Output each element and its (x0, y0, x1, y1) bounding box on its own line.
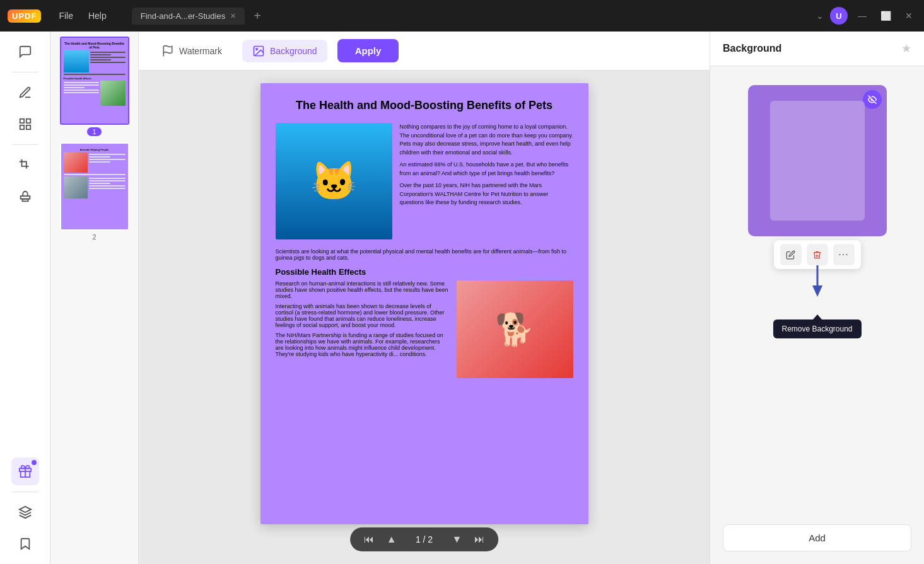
svg-rect-1 (26, 119, 30, 123)
document-viewer: The Health and Mood-Boosting Benefits of… (139, 71, 710, 564)
right-panel: Background ★ (710, 32, 924, 564)
page-number-badge-1: 1 (87, 127, 101, 136)
svg-point-11 (256, 48, 258, 50)
right-panel-title: Background (723, 43, 781, 54)
intro-text: Nothing compares to the joy of coming ho… (400, 123, 573, 239)
tooltip-container: Remove Background (809, 260, 826, 299)
watermark-button[interactable]: Watermark (151, 40, 232, 62)
window-controls: ⌄ U — ⬜ ✕ (816, 7, 916, 25)
sidebar-divider-2 (13, 144, 38, 145)
right-panel-header: Background ★ (710, 32, 924, 66)
sidebar-item-bookmark[interactable] (11, 530, 39, 558)
tooltip-arrow (813, 314, 822, 319)
sidebar-item-edit[interactable] (11, 79, 39, 106)
doc-intro-section: 🐱 Nothing compares to the joy of coming … (276, 123, 573, 239)
background-button[interactable]: Background (242, 40, 327, 62)
first-page-button[interactable]: ⏮ (360, 532, 378, 546)
prev-page-button[interactable]: ▲ (383, 532, 401, 546)
more-options-button[interactable]: ··· (833, 244, 855, 265)
tab-title: Find-and-A...er-Studies (141, 11, 225, 21)
cat-image: 🐱 (276, 123, 392, 239)
watermark-label: Watermark (179, 46, 222, 56)
background-card-inner (770, 101, 865, 221)
doc-subtitle: Possible Health Effects (276, 267, 573, 277)
next-page-button[interactable]: ▼ (448, 532, 466, 546)
background-label: Background (270, 46, 317, 56)
apply-button[interactable]: Apply (337, 39, 399, 62)
tab-list-icon[interactable]: ⌄ (816, 11, 824, 21)
add-button[interactable]: Add (723, 524, 911, 551)
remove-background-tooltip: Remove Background (773, 319, 861, 338)
thumbnail-panel: The Health and Mood-Boosting Benefits of… (50, 32, 139, 564)
background-card-container: ··· Remove Background (723, 85, 911, 236)
sidebar-item-comment[interactable] (11, 38, 39, 66)
dog-image: 🐕 (457, 280, 573, 378)
svg-rect-5 (22, 199, 28, 202)
thumbnail-page-2[interactable]: Animals Helping People (56, 142, 133, 241)
background-card (748, 85, 887, 236)
menu-help[interactable]: Help (82, 8, 113, 23)
maximize-button[interactable]: ⬜ (877, 9, 895, 22)
sidebar-item-crop[interactable] (11, 151, 39, 179)
sidebar-divider-1 (13, 72, 38, 72)
sidebar-item-stamp[interactable] (11, 183, 39, 210)
edit-background-button[interactable] (780, 244, 802, 265)
sidebar-item-organize[interactable] (11, 110, 39, 138)
new-tab-button[interactable]: + (247, 6, 267, 26)
thumbnail-page-1[interactable]: The Health and Mood-Boosting Benefits of… (56, 37, 133, 136)
tab-close-icon[interactable]: ✕ (230, 12, 236, 20)
page-navigation: ⏮ ▲ ▼ ⏭ (350, 527, 499, 551)
page-number-input[interactable] (406, 534, 443, 544)
svg-rect-2 (26, 125, 30, 129)
background-icon (252, 45, 265, 57)
right-panel-content: ··· Remove Background (710, 66, 924, 524)
last-page-button[interactable]: ⏭ (471, 532, 488, 546)
sidebar-bottom (11, 458, 39, 558)
doc-bottom-section: Research on human-animal interactions is… (276, 280, 573, 378)
menu-file[interactable]: File (52, 8, 79, 23)
document-page: The Health and Mood-Boosting Benefits of… (260, 83, 588, 524)
app-logo: UPDF (8, 9, 41, 23)
sidebar-item-layers[interactable] (11, 498, 39, 526)
watermark-icon (161, 45, 174, 57)
thumbnail-img-1: The Health and Mood-Boosting Benefits of… (60, 37, 129, 125)
svg-rect-3 (20, 125, 23, 129)
gift-badge (32, 460, 37, 465)
menu-bar: File Help (52, 8, 112, 23)
content-area: Watermark Background Apply The Health an… (139, 32, 710, 564)
titlebar: UPDF File Help Find-and-A...er-Studies ✕… (0, 0, 924, 32)
document-title: The Health and Mood-Boosting Benefits of… (276, 98, 573, 113)
thumbnail-img-2: Animals Helping People (60, 142, 129, 231)
favorite-star-icon[interactable]: ★ (901, 42, 911, 55)
sidebar-item-gift[interactable] (11, 458, 39, 485)
background-card-lines (807, 123, 828, 199)
left-sidebar (0, 32, 50, 564)
hide-background-icon[interactable] (863, 90, 882, 109)
tooltip-pointer-arrow (809, 265, 826, 299)
close-button[interactable]: ✕ (901, 9, 916, 22)
scientists-text: Scientists are looking at what the poten… (276, 248, 573, 261)
main-layout: The Health and Mood-Boosting Benefits of… (0, 32, 924, 564)
svg-rect-0 (20, 119, 23, 123)
minimize-button[interactable]: — (854, 9, 870, 22)
page-number-2: 2 (92, 233, 96, 241)
active-tab[interactable]: Find-and-A...er-Studies ✕ (132, 8, 245, 25)
main-toolbar: Watermark Background Apply (139, 32, 710, 71)
sidebar-divider-3 (13, 492, 38, 492)
user-avatar[interactable]: U (830, 7, 848, 25)
svg-marker-8 (19, 507, 30, 512)
svg-marker-14 (812, 285, 822, 297)
